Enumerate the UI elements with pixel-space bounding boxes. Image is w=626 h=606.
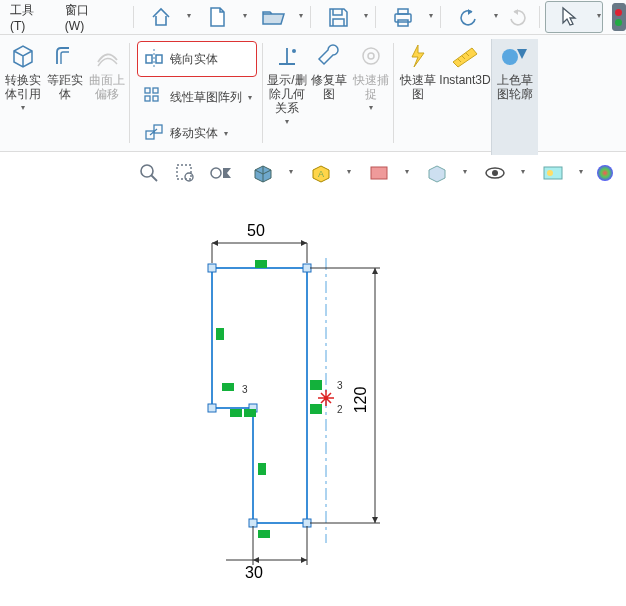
sketch-canvas[interactable]: 50 3 3 xyxy=(0,188,626,606)
toolbar-divider xyxy=(440,6,441,28)
shaded-icon xyxy=(500,41,530,71)
quick-snap-button: 快速捕 捉 ▾ xyxy=(350,39,392,114)
eye-button[interactable] xyxy=(473,157,527,189)
svg-point-28 xyxy=(597,165,613,181)
svg-rect-9 xyxy=(154,125,162,133)
svg-text:50: 50 xyxy=(247,222,265,239)
dropdown-caret-icon: ▾ xyxy=(285,115,289,126)
svg-rect-1 xyxy=(398,9,408,14)
svg-rect-36 xyxy=(249,519,257,527)
svg-rect-43 xyxy=(230,409,242,417)
sketch-profile[interactable] xyxy=(208,264,311,527)
menubar: 工具(T) 窗口(W) xyxy=(0,0,626,35)
dropdown-caret-icon: ▾ xyxy=(222,129,228,138)
zoom-area-button[interactable] xyxy=(169,157,201,189)
svg-text:A: A xyxy=(318,169,324,179)
svg-rect-38 xyxy=(208,404,216,412)
repair-sketch-button[interactable]: 修复草 图 xyxy=(308,39,350,103)
svg-rect-41 xyxy=(222,383,234,391)
pattern-icon xyxy=(142,85,166,109)
svg-rect-44 xyxy=(244,409,256,417)
cube-icon xyxy=(8,41,38,71)
move-entities-button[interactable]: 移动实体 ▾ xyxy=(137,117,257,149)
menu-tools[interactable]: 工具(T) xyxy=(0,0,55,34)
svg-rect-6 xyxy=(145,96,150,101)
svg-rect-7 xyxy=(153,96,158,101)
view-orientation-button[interactable]: A xyxy=(299,157,353,189)
display-delete-relations-button[interactable]: 显示/删 除几何 关系 ▾ xyxy=(266,39,308,128)
section-view-button[interactable] xyxy=(241,157,295,189)
svg-rect-47 xyxy=(310,380,322,390)
scene-button[interactable] xyxy=(531,157,585,189)
move-icon xyxy=(142,121,166,145)
svg-point-11 xyxy=(363,48,379,64)
select-tool[interactable] xyxy=(545,1,603,33)
mirror-icon xyxy=(142,47,166,71)
convert-entities-button[interactable]: 转换实 体引用 ▾ xyxy=(2,39,44,114)
pattern-label: 线性草图阵列 xyxy=(170,89,242,106)
status-indicator xyxy=(612,3,626,31)
svg-text:120: 120 xyxy=(352,387,369,414)
dimension-120[interactable]: 120 xyxy=(310,268,380,523)
svg-rect-46 xyxy=(258,530,270,538)
svg-point-20 xyxy=(185,173,193,181)
offset-entities-button[interactable]: 等距实 体 xyxy=(44,39,86,103)
sketch-origin[interactable] xyxy=(318,390,334,406)
svg-text:2: 2 xyxy=(337,404,343,415)
home-button[interactable] xyxy=(139,1,193,33)
display-style-button[interactable] xyxy=(357,157,411,189)
toolbar-divider xyxy=(375,6,376,28)
svg-point-12 xyxy=(368,53,374,59)
svg-text:3: 3 xyxy=(242,384,248,395)
svg-rect-45 xyxy=(258,463,266,475)
perp-icon xyxy=(272,41,302,71)
svg-rect-34 xyxy=(303,264,311,272)
svg-line-18 xyxy=(151,175,157,181)
svg-rect-23 xyxy=(371,167,387,179)
svg-text:3: 3 xyxy=(337,380,343,391)
svg-point-21 xyxy=(211,168,221,178)
svg-rect-49 xyxy=(310,404,322,414)
instant3d-button[interactable]: Instant3D xyxy=(439,39,491,89)
offset-icon xyxy=(50,41,80,71)
menu-window[interactable]: 窗口(W) xyxy=(55,0,113,34)
svg-point-10 xyxy=(292,49,296,53)
svg-point-25 xyxy=(492,170,498,176)
toolbar-divider xyxy=(539,6,540,28)
target-icon xyxy=(356,41,386,71)
hide-show-button[interactable] xyxy=(415,157,469,189)
svg-point-27 xyxy=(547,170,553,176)
svg-rect-19 xyxy=(177,165,191,179)
rapid-sketch-button[interactable]: 快速草 图 xyxy=(397,39,439,103)
wrench-icon xyxy=(314,41,344,71)
zoom-fit-button[interactable] xyxy=(133,157,165,189)
surface-offset-button: 曲面上 偏移 xyxy=(86,39,128,103)
dropdown-caret-icon: ▾ xyxy=(21,101,25,112)
save-button[interactable] xyxy=(316,1,370,33)
toolbar-divider xyxy=(133,6,134,28)
redo-button[interactable] xyxy=(502,1,534,33)
previous-view-button[interactable] xyxy=(205,157,237,189)
ruler3d-icon xyxy=(450,41,480,71)
dimension-50[interactable]: 50 xyxy=(212,222,307,263)
print-button[interactable] xyxy=(381,1,435,33)
open-button[interactable] xyxy=(251,1,305,33)
appearance-button[interactable] xyxy=(589,157,621,189)
toolbar-divider xyxy=(310,6,311,28)
surface-offset-icon xyxy=(92,41,122,71)
undo-button[interactable] xyxy=(446,1,500,33)
svg-point-16 xyxy=(502,49,518,65)
lightning-icon xyxy=(403,41,433,71)
move-label: 移动实体 xyxy=(170,125,218,142)
dropdown-caret-icon: ▾ xyxy=(369,101,373,112)
linear-pattern-button[interactable]: 线性草图阵列 ▾ xyxy=(137,81,257,113)
svg-rect-2 xyxy=(398,20,408,26)
mirror-label: 镜向实体 xyxy=(170,51,218,68)
dropdown-caret-icon: ▾ xyxy=(246,93,252,102)
svg-rect-40 xyxy=(216,328,224,340)
mirror-entities-button[interactable]: 镜向实体 xyxy=(137,41,257,77)
new-button[interactable] xyxy=(195,1,249,33)
shaded-contour-button[interactable]: 上色草 图轮廓 xyxy=(491,39,538,155)
svg-text:30: 30 xyxy=(245,564,263,581)
ribbon: 转换实 体引用 ▾ 等距实 体 曲面上 偏移 镜向实体 xyxy=(0,35,626,152)
